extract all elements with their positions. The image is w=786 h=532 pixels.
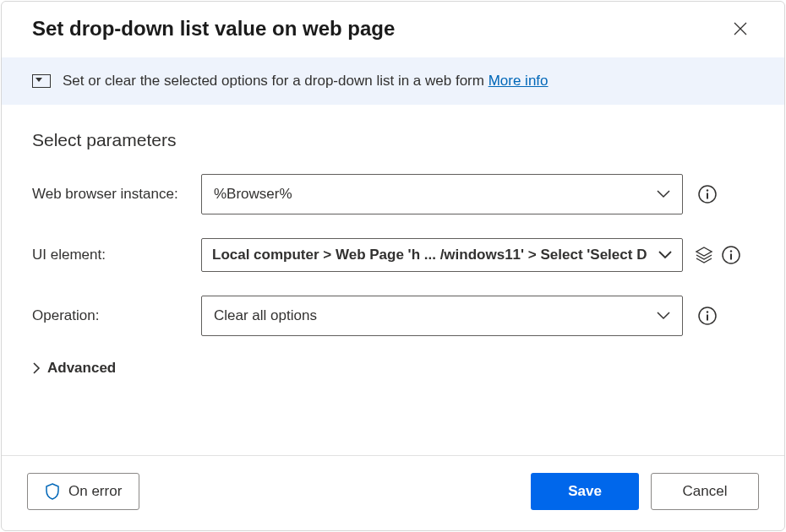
- svg-rect-2: [707, 193, 708, 199]
- shield-icon: [45, 483, 60, 500]
- advanced-toggle[interactable]: Advanced: [32, 360, 754, 377]
- ui-element-value: Local computer > Web Page 'h ... /window…: [212, 247, 647, 263]
- browser-info-button[interactable]: [698, 185, 717, 204]
- operation-dropdown[interactable]: Clear all options: [201, 296, 683, 336]
- cancel-label: Cancel: [683, 483, 728, 500]
- dropdown-icon: [32, 74, 51, 88]
- operation-value: Clear all options: [214, 307, 317, 324]
- description-band: Set or clear the selected options for a …: [2, 57, 784, 105]
- on-error-label: On error: [68, 483, 122, 500]
- svg-point-4: [730, 250, 732, 252]
- row-operation: Operation: Clear all options: [32, 296, 754, 336]
- ui-element-picker-button[interactable]: [695, 246, 713, 264]
- dialog-title: Set drop-down list value on web page: [32, 17, 395, 41]
- svg-point-7: [707, 311, 708, 312]
- ui-element-right-icons: [695, 246, 740, 264]
- footer-right: Save Cancel: [531, 473, 759, 510]
- chevron-down-icon: [657, 190, 670, 198]
- info-icon: [722, 246, 740, 264]
- advanced-label: Advanced: [47, 360, 116, 377]
- on-error-button[interactable]: On error: [27, 473, 139, 510]
- layers-icon: [695, 246, 713, 264]
- svg-point-1: [707, 189, 708, 191]
- browser-value: %Browser%: [214, 186, 292, 203]
- info-icon: [698, 307, 717, 325]
- browser-dropdown[interactable]: %Browser%: [201, 174, 683, 214]
- save-button[interactable]: Save: [531, 473, 639, 510]
- operation-info-button[interactable]: [698, 307, 717, 325]
- ui-element-dropdown[interactable]: Local computer > Web Page 'h ... /window…: [201, 238, 683, 272]
- chevron-down-icon: [657, 312, 670, 320]
- operation-label: Operation:: [32, 307, 201, 324]
- ui-element-info-button[interactable]: [722, 246, 740, 264]
- browser-right-icons: [698, 185, 717, 204]
- dialog: Set drop-down list value on web page Set…: [1, 1, 785, 531]
- info-icon: [698, 185, 717, 204]
- chevron-down-icon: [658, 251, 672, 259]
- chevron-right-icon: [32, 362, 41, 374]
- cancel-button[interactable]: Cancel: [651, 473, 759, 510]
- row-browser: Web browser instance: %Browser%: [32, 174, 754, 214]
- save-label: Save: [568, 483, 602, 500]
- ui-element-label: UI element:: [32, 247, 201, 263]
- operation-right-icons: [698, 307, 717, 325]
- close-icon: [734, 22, 747, 35]
- dialog-footer: On error Save Cancel: [2, 455, 784, 530]
- description-text: Set or clear the selected options for a …: [63, 73, 549, 90]
- row-ui-element: UI element: Local computer > Web Page 'h…: [32, 238, 754, 272]
- browser-label: Web browser instance:: [32, 186, 201, 203]
- dialog-header: Set drop-down list value on web page: [2, 2, 784, 57]
- svg-rect-8: [707, 315, 708, 321]
- dialog-body: Select parameters Web browser instance: …: [2, 105, 784, 455]
- more-info-link[interactable]: More info: [489, 73, 549, 89]
- svg-rect-5: [730, 254, 732, 260]
- section-title: Select parameters: [32, 130, 754, 150]
- close-button[interactable]: [727, 15, 754, 42]
- description-text-content: Set or clear the selected options for a …: [63, 73, 489, 89]
